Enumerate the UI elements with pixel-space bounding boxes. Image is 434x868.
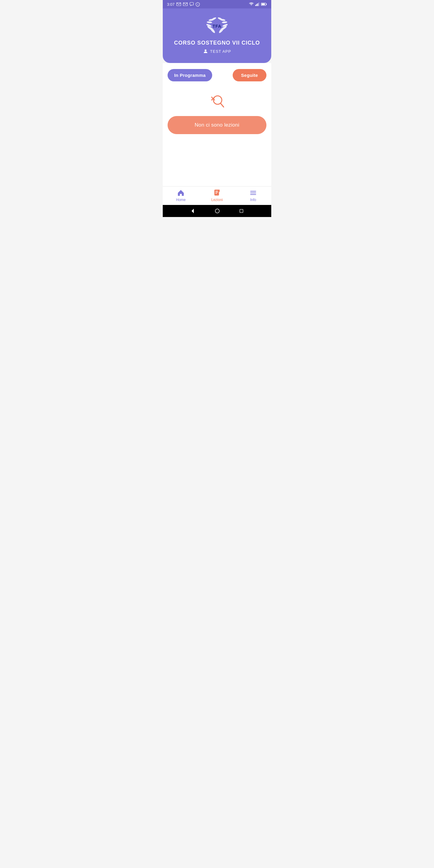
info-icon bbox=[249, 189, 257, 197]
main-content: In Programma Seguite Non ci sono lezioni bbox=[163, 63, 271, 186]
svg-point-24 bbox=[205, 50, 207, 51]
nav-item-home[interactable]: Home bbox=[163, 189, 199, 202]
status-bar-left: 3:07 S bbox=[167, 2, 200, 7]
battery-icon bbox=[261, 2, 267, 6]
recent-button[interactable] bbox=[239, 209, 244, 213]
home-button[interactable] bbox=[215, 208, 220, 214]
message-icon bbox=[190, 2, 194, 6]
app-title: CORSO SOSTEGNO VII CICLO bbox=[174, 40, 260, 46]
svg-line-26 bbox=[221, 103, 224, 107]
account-icon bbox=[203, 49, 208, 54]
time-display: 3:07 bbox=[167, 2, 175, 7]
no-lessons-button: Non ci sono lezioni bbox=[167, 116, 267, 134]
svg-rect-31 bbox=[216, 192, 218, 193]
status-bar: 3:07 S bbox=[163, 0, 271, 8]
svg-rect-29 bbox=[214, 190, 219, 195]
seguite-button[interactable]: Seguite bbox=[233, 69, 267, 82]
tfa-logo: TFA bbox=[207, 14, 227, 36]
wifi-icon bbox=[249, 2, 254, 6]
svg-rect-9 bbox=[261, 3, 265, 5]
svg-text:S: S bbox=[197, 4, 198, 5]
svg-rect-38 bbox=[240, 210, 243, 213]
lezioni-icon bbox=[213, 189, 221, 197]
svg-rect-32 bbox=[216, 193, 217, 194]
gmail-icon bbox=[176, 2, 181, 6]
status-bar-right bbox=[249, 2, 267, 6]
in-programma-button[interactable]: In Programma bbox=[167, 69, 212, 82]
app-header: TFA CORSO SOSTEGNO VII CICLO TEST APP bbox=[163, 8, 271, 63]
no-results-icon bbox=[208, 93, 226, 110]
nav-item-info[interactable]: Info bbox=[235, 189, 271, 202]
svg-point-37 bbox=[215, 209, 219, 213]
bottom-nav: Home Lezioni Info bbox=[163, 186, 271, 205]
shield-icon: S bbox=[195, 2, 200, 7]
svg-point-20 bbox=[222, 21, 227, 24]
android-nav-bar bbox=[163, 205, 271, 217]
home-icon bbox=[177, 189, 185, 197]
search-x-icon bbox=[208, 93, 226, 110]
svg-marker-36 bbox=[192, 209, 194, 213]
signal-icon bbox=[255, 2, 259, 6]
home-label: Home bbox=[176, 198, 186, 202]
user-row: TEST APP bbox=[203, 49, 231, 54]
svg-rect-10 bbox=[266, 4, 267, 5]
gmail2-icon bbox=[183, 2, 188, 6]
svg-text:TFA: TFA bbox=[213, 24, 221, 29]
filter-row: In Programma Seguite bbox=[167, 69, 267, 82]
svg-rect-4 bbox=[255, 5, 256, 6]
user-label: TEST APP bbox=[210, 49, 231, 54]
nav-item-lezioni[interactable]: Lezioni bbox=[199, 189, 235, 202]
svg-rect-30 bbox=[216, 191, 218, 192]
svg-rect-2 bbox=[190, 2, 193, 5]
info-label: Info bbox=[250, 198, 256, 202]
svg-rect-5 bbox=[256, 4, 257, 6]
logo-container: TFA bbox=[207, 14, 227, 36]
svg-rect-6 bbox=[257, 3, 258, 6]
svg-point-14 bbox=[207, 21, 212, 24]
back-button[interactable] bbox=[190, 208, 195, 214]
lezioni-label: Lezioni bbox=[211, 198, 223, 202]
svg-rect-7 bbox=[258, 2, 259, 6]
